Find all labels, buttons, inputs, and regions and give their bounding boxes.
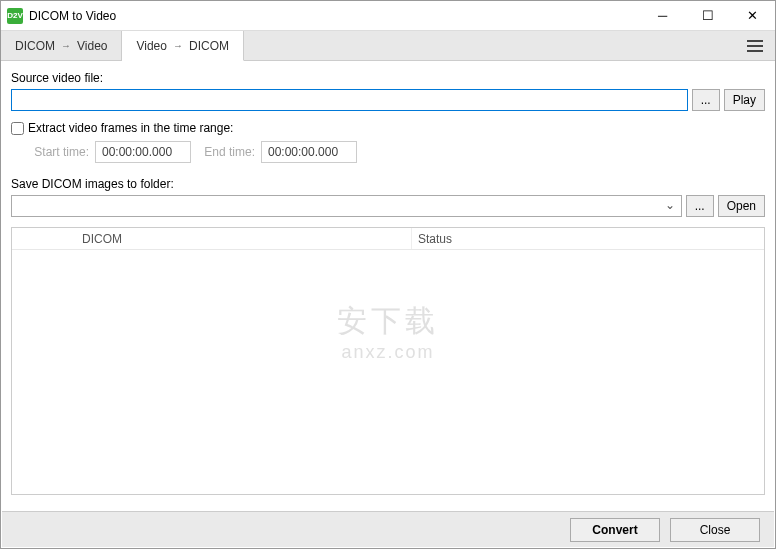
convert-button[interactable]: Convert [570, 518, 660, 542]
source-video-label: Source video file: [11, 71, 765, 85]
column-status[interactable]: Status [412, 228, 764, 249]
save-folder-label: Save DICOM images to folder: [11, 177, 765, 191]
arrow-right-icon: → [173, 40, 183, 51]
footer: Convert Close [2, 511, 774, 547]
play-button[interactable]: Play [724, 89, 765, 111]
browse-source-button[interactable]: ... [692, 89, 720, 111]
extract-frames-label: Extract video frames in the time range: [28, 121, 233, 135]
window-controls: ─ ☐ ✕ [640, 1, 775, 30]
minimize-button[interactable]: ─ [640, 1, 685, 30]
end-time-input[interactable] [261, 141, 357, 163]
close-button[interactable]: Close [670, 518, 760, 542]
tab-bar: DICOM → Video Video → DICOM [1, 31, 775, 61]
arrow-right-icon: → [61, 40, 71, 51]
app-icon: D2V [7, 8, 23, 24]
tab-label-right: Video [77, 39, 107, 53]
tab-label-left: Video [136, 39, 166, 53]
tab-label-right: DICOM [189, 39, 229, 53]
extract-frames-checkbox[interactable] [11, 122, 24, 135]
save-folder-combo[interactable] [11, 195, 682, 217]
tab-video-to-dicom[interactable]: Video → DICOM [122, 31, 243, 61]
open-folder-button[interactable]: Open [718, 195, 765, 217]
list-body[interactable] [12, 250, 764, 494]
window-title: DICOM to Video [29, 9, 116, 23]
menu-icon[interactable] [743, 31, 767, 60]
maximize-button[interactable]: ☐ [685, 1, 730, 30]
tab-dicom-to-video[interactable]: DICOM → Video [1, 31, 122, 60]
end-time-label: End time: [197, 145, 255, 159]
tab-label-left: DICOM [15, 39, 55, 53]
titlebar: D2V DICOM to Video ─ ☐ ✕ [1, 1, 775, 31]
close-window-button[interactable]: ✕ [730, 1, 775, 30]
list-header: DICOM Status [12, 228, 764, 250]
browse-save-button[interactable]: ... [686, 195, 714, 217]
start-time-label: Start time: [31, 145, 89, 159]
content-area: Source video file: ... Play Extract vide… [1, 61, 775, 495]
results-list: DICOM Status [11, 227, 765, 495]
column-dicom[interactable]: DICOM [12, 228, 412, 249]
source-video-input[interactable] [11, 89, 688, 111]
start-time-input[interactable] [95, 141, 191, 163]
